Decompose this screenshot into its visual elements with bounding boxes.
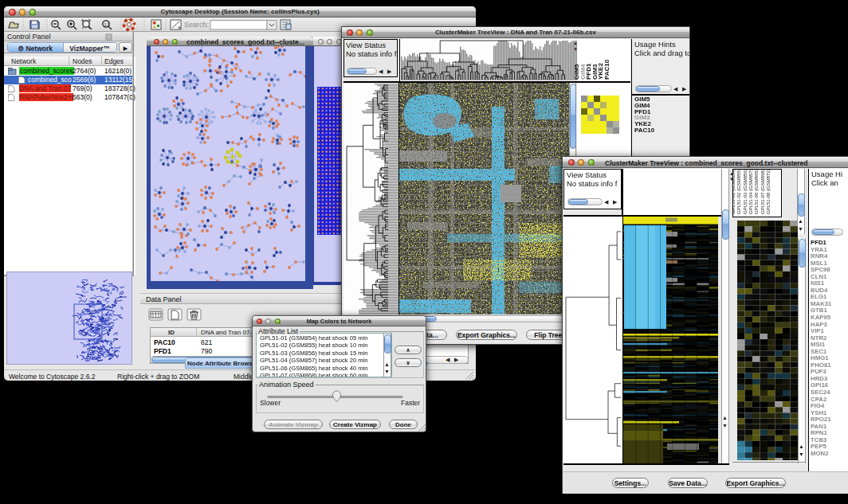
svg-text:1:1: 1:1: [104, 22, 110, 27]
svg-text:Search:: Search:: [184, 21, 209, 29]
